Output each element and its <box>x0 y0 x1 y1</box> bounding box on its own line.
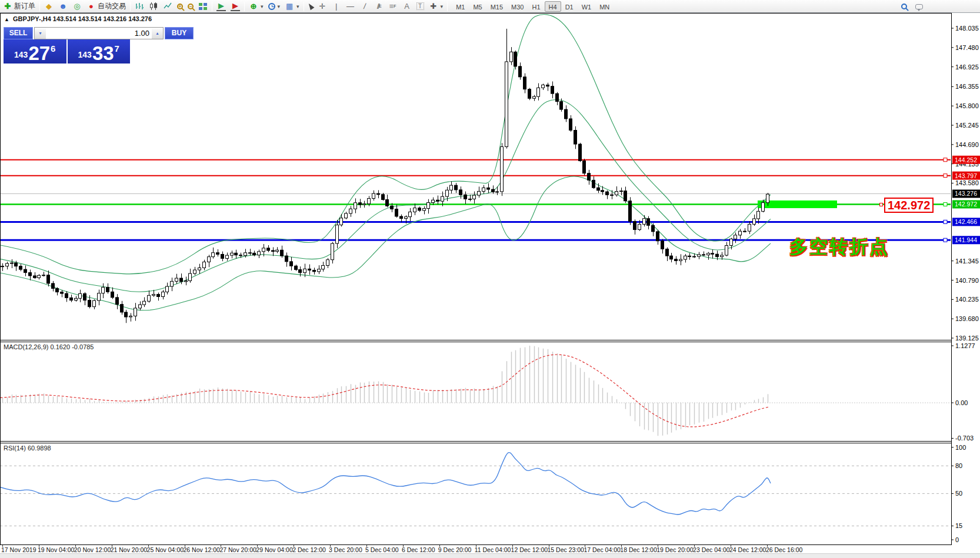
time-axis-label: 17 Dec 04:00 <box>584 546 620 553</box>
vertical-line-icon: | <box>332 2 341 11</box>
price-axis-label: 143.580 <box>955 179 979 186</box>
price-axis-label: 139.125 <box>955 335 979 342</box>
time-axis-label: 19 Nov 04:00 <box>38 546 74 553</box>
timeframe-button-H1[interactable]: H1 <box>528 1 545 12</box>
price-axis-label: 141.345 <box>955 258 979 265</box>
macd-signal-line <box>0 355 769 427</box>
price-axis[interactable]: 148.035147.480146.925146.355145.800145.2… <box>951 25 980 543</box>
bollinger-lower <box>0 176 771 310</box>
level-handle <box>944 202 947 206</box>
timeframe-button-D1[interactable]: D1 <box>561 1 578 12</box>
vertical-line-tool-button[interactable]: | <box>329 1 344 12</box>
rsi-label: RSI(14) 60.9898 <box>4 445 51 452</box>
shapes-icon: ✚ <box>429 2 438 11</box>
text-tool-button[interactable]: A <box>400 1 414 12</box>
price-axis-label: 145.245 <box>955 122 979 129</box>
candlestick-chart-button[interactable] <box>146 1 161 12</box>
search-icon[interactable] <box>901 4 907 9</box>
crosshair-tool-button[interactable]: ✛ <box>315 1 329 12</box>
time-axis[interactable]: 17 Nov 201919 Nov 04:0020 Nov 12:0021 No… <box>0 545 980 553</box>
periods-button[interactable]: ▾ <box>266 1 283 12</box>
new-order-button[interactable]: ✚ 新订单 <box>1 1 38 12</box>
dropdown-arrow-icon: ▾ <box>278 4 281 9</box>
zoom-in-button[interactable]: + <box>175 1 185 12</box>
horizontal-line-tool-button[interactable]: — <box>344 1 358 12</box>
zoom-out-button[interactable]: − <box>185 1 196 12</box>
level-handle <box>944 158 947 162</box>
main-chart-panel <box>0 15 951 323</box>
timeframe-button-W1[interactable]: W1 <box>578 1 596 12</box>
macd-label: MACD(12,26,9) 0.1620 -0.0785 <box>4 343 94 350</box>
panel-borders <box>0 13 952 545</box>
auto-scroll-icon: ▶ <box>216 2 226 11</box>
buy-price-big: 33 <box>92 45 114 62</box>
buy-price-pip: 7 <box>115 44 119 54</box>
toolbar-separator <box>244 2 245 11</box>
volume-increase-button[interactable]: ▴ <box>152 28 163 39</box>
cursor-tool-button[interactable] <box>306 1 315 12</box>
dropdown-arrow-icon: ▾ <box>261 4 264 9</box>
toolbar-separator <box>304 2 304 11</box>
timeframe-button-M1[interactable]: M1 <box>452 1 469 12</box>
price-axis-label: 146.355 <box>955 83 979 90</box>
line-chart-icon <box>163 2 172 11</box>
profile-button[interactable]: ☻ <box>56 1 70 12</box>
price-axis-label: 140.235 <box>955 296 979 303</box>
chinese-annotation[interactable]: 多空转折点 <box>789 235 889 259</box>
volume-decrease-button[interactable]: ▾ <box>35 28 46 39</box>
time-axis-label: 17 Nov 2019 <box>1 546 36 553</box>
autotrade-button[interactable]: ● 自动交易 <box>84 1 128 12</box>
sell-price-pip: 6 <box>51 44 55 54</box>
auto-scroll-button[interactable]: ▶ <box>214 1 228 12</box>
signal-button[interactable]: ◎ <box>70 1 84 12</box>
toolbar-right-group <box>901 0 923 13</box>
deposit-button[interactable]: ◆ <box>42 1 56 12</box>
buy-price-prefix: 143 <box>78 50 92 59</box>
collapse-arrow-icon[interactable]: ▲ <box>4 16 9 22</box>
candlestick-chart-icon <box>149 2 158 11</box>
volume-input[interactable] <box>46 28 152 39</box>
price-tag-handle[interactable] <box>879 203 883 206</box>
channel-tool-button[interactable]: //E <box>372 1 386 12</box>
buy-button[interactable]: BUY <box>165 27 194 39</box>
sell-price[interactable]: 143 27 6 <box>4 39 66 64</box>
indicators-button[interactable]: ⊕ ▾ <box>246 1 266 12</box>
tile-windows-icon <box>198 2 208 11</box>
time-axis-label: 29 Nov 04:00 <box>256 546 292 553</box>
buy-price[interactable]: 143 33 7 <box>68 39 131 64</box>
toolbar-separator <box>39 2 40 11</box>
chat-icon[interactable] <box>915 4 923 9</box>
sell-price-big: 27 <box>28 45 50 62</box>
time-axis-label: 27 Nov 20:00 <box>219 546 256 553</box>
arrows-tool-button[interactable]: ✚ ▾ <box>426 1 446 12</box>
timeframe-button-MN[interactable]: MN <box>595 1 614 12</box>
trendline-tool-button[interactable]: / <box>358 1 372 12</box>
symbol-ohlc-text: GBPJPY-,H4 143.514 143.514 143.216 143.2… <box>13 15 152 22</box>
clock-icon <box>268 3 275 10</box>
timeframe-toolbar: M1M5M15M30H1H4D1W1MN <box>452 1 614 12</box>
time-axis-label: 11 Dec 04:00 <box>475 546 511 553</box>
price-badge-label: 143.276 <box>955 190 977 197</box>
toolbar-separator <box>130 2 131 11</box>
rsi-axis-label: 100 <box>955 444 966 451</box>
tile-windows-button[interactable] <box>196 1 210 12</box>
time-axis-label: 26 Dec 16:00 <box>766 546 802 553</box>
timeframe-button-M15[interactable]: M15 <box>486 1 507 12</box>
chart-canvas[interactable]: 148.035147.480146.925146.355145.800145.2… <box>0 13 980 545</box>
price-tag[interactable]: 142.972 <box>884 198 934 213</box>
timeframe-button-H4[interactable]: H4 <box>545 1 561 12</box>
text-label-tool-button[interactable]: T <box>414 1 426 12</box>
chart-shift-button[interactable]: ▶ <box>228 1 242 12</box>
main-toolbar: ✚ 新订单 ◆ ☻ ◎ ● 自动交易 + − ▶ ▶ <box>0 0 980 13</box>
timeframe-button-M30[interactable]: M30 <box>507 1 528 12</box>
bar-chart-button[interactable] <box>132 1 146 12</box>
signal-icon: ◎ <box>72 2 82 11</box>
fibonacci-tool-button[interactable]: ≡F <box>386 1 400 12</box>
new-order-icon: ✚ <box>3 2 12 11</box>
templates-button[interactable]: ▦ ▾ <box>282 1 302 12</box>
line-chart-button[interactable] <box>161 1 175 12</box>
timeframe-button-M5[interactable]: M5 <box>469 1 486 12</box>
sell-button[interactable]: SELL <box>4 27 33 39</box>
volume-control: ▾ ▴ <box>34 27 164 39</box>
time-axis-label: 24 Dec 12:00 <box>729 546 766 553</box>
